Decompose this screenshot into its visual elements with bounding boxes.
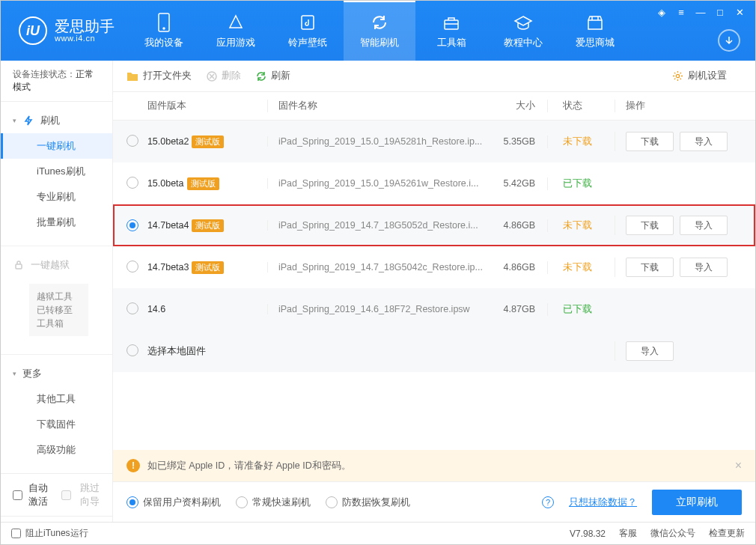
refresh-icon [370,13,389,32]
footer-wechat[interactable]: 微信公众号 [650,527,695,540]
th-status: 状态 [547,100,615,112]
sidebar-label: 更多 [22,367,42,380]
row-status: 未下载 [547,261,615,274]
skip-guide-checkbox[interactable] [61,490,71,500]
refresh-button[interactable]: 刷新 [256,70,290,82]
sidebar-head-flash[interactable]: ▾刷机 [1,108,112,133]
delete-button[interactable]: 删除 [207,70,241,82]
download-button[interactable]: 下载 [626,216,674,235]
svg-rect-2 [302,16,314,29]
local-firmware-label: 选择本地固件 [147,345,615,358]
app-domain: www.i4.cn [55,34,115,43]
nav-ringtones[interactable]: 铃声壁纸 [272,1,344,61]
row-filename: iPad_Spring_2019_15.0_19A5281h_Restore.i… [267,136,483,147]
sidebar-item-other[interactable]: 其他工具 [1,386,112,412]
nav-tools[interactable]: 工具箱 [415,1,487,61]
sidebar-item-pro[interactable]: 专业刷机 [1,184,112,210]
folder-icon [126,71,138,82]
block-itunes-checkbox[interactable]: 阻止iTunes运行 [11,527,88,540]
option-antiloss[interactable]: 防数据恢复刷机 [326,496,410,509]
row-size: 4.87GB [483,304,535,314]
option-normal[interactable]: 常规快速刷机 [236,496,311,509]
import-button[interactable]: 导入 [680,258,728,277]
nav-my-device[interactable]: 我的设备 [128,1,200,61]
nav-flash[interactable]: 智能刷机 [344,1,415,61]
footer-service[interactable]: 客服 [619,527,637,540]
download-arrow-button[interactable] [718,29,740,52]
nav-tutorials[interactable]: 教程中心 [487,1,559,61]
row-filename: iPad_Spring_2019_14.6_18F72_Restore.ipsw [267,304,483,314]
firmware-table: 15.0beta2测试版iPad_Spring_2019_15.0_19A528… [113,121,755,372]
table-header: 固件版本 固件名称 大小 状态 操作 [113,92,755,121]
local-firmware-row[interactable]: 选择本地固件导入 [113,330,755,372]
banner-text: 如已绑定 Apple ID，请准备好 Apple ID和密码。 [147,460,351,472]
sidebar-item-advanced[interactable]: 高级功能 [1,437,112,463]
firmware-row[interactable]: 15.0beta2测试版iPad_Spring_2019_15.0_19A528… [113,121,755,162]
window-maximize-button[interactable]: □ [712,5,728,19]
firmware-row[interactable]: 14.6iPad_Spring_2019_14.6_18F72_Restore.… [113,288,755,330]
row-radio[interactable] [126,135,138,147]
lock-icon [13,259,25,271]
window-close-button[interactable]: ✕ [731,5,748,19]
erase-data-link[interactable]: 只想抹除数据？ [569,496,637,509]
sidebar-head-more[interactable]: ▾更多 [1,361,112,386]
window-minimize-button[interactable]: — [692,5,709,19]
app-name: 爱思助手 [55,19,115,34]
row-radio[interactable] [126,344,138,356]
row-status: 已下载 [547,303,615,316]
import-button[interactable]: 导入 [680,216,728,235]
main-panel: 打开文件夹 删除 刷新 刷机设置 固件版本 固件名称 大小 状态 操作 15.0… [113,61,755,522]
firmware-row[interactable]: 15.0beta测试版iPad_Spring_2019_15.0_19A5261… [113,162,755,204]
sidebar-item-download[interactable]: 下载固件 [1,412,112,437]
download-button[interactable]: 下载 [626,258,674,277]
row-version: 15.0beta [147,178,184,189]
apps-icon [226,13,246,32]
close-banner-button[interactable]: × [735,459,742,472]
flash-icon [22,115,34,127]
music-icon [298,13,317,32]
auto-activate-label: 自动激活 [28,481,48,508]
sidebar-item-oneclick[interactable]: 一键刷机 [1,133,112,159]
row-filename: iPad_Spring_2019_15.0_19A5261w_Restore.i… [267,178,483,189]
help-icon[interactable]: ? [542,496,554,508]
window-tshirt-button[interactable]: ◈ [653,5,670,19]
footer: 阻止iTunes运行 V7.98.32 客服 微信公众号 检查更新 [1,522,755,544]
connection-status: 设备连接状态：正常模式 [1,61,112,102]
option-keep-data[interactable]: 保留用户资料刷机 [126,496,221,509]
auto-activate-checkbox[interactable] [13,490,22,500]
row-size: 4.86GB [483,220,535,231]
firmware-row[interactable]: 14.7beta4测试版iPad_Spring_2019_14.7_18G505… [113,204,755,246]
nav-label: 铃声壁纸 [288,37,327,49]
sidebar-label: 刷机 [40,114,60,127]
beta-badge: 测试版 [192,261,224,274]
nav-label: 我的设备 [144,37,183,49]
download-button[interactable]: 下载 [626,132,674,151]
row-radio[interactable] [126,261,138,272]
footer-update[interactable]: 检查更新 [709,527,745,540]
nav-label: 应用游戏 [216,37,255,49]
row-radio[interactable] [126,219,138,231]
firmware-row[interactable]: 14.7beta3测试版iPad_Spring_2019_14.7_18G504… [113,246,755,288]
skip-guide-label: 跳过向导 [80,481,100,508]
sidebar-item-itunes[interactable]: iTunes刷机 [1,159,112,184]
th-size: 大小 [483,100,535,112]
row-radio[interactable] [126,302,138,314]
open-folder-button[interactable]: 打开文件夹 [126,70,192,82]
svg-rect-4 [16,264,22,269]
import-button[interactable]: 导入 [626,341,674,361]
nav-store[interactable]: 爱思商城 [559,1,631,61]
sidebar-item-batch[interactable]: 批量刷机 [1,210,112,235]
chevron-down-icon: ▾ [13,117,16,124]
logo-icon: iU [19,16,47,45]
nav-apps[interactable]: 应用游戏 [200,1,272,61]
nav-label: 爱思商城 [576,37,615,49]
flash-now-button[interactable]: 立即刷机 [652,490,742,515]
row-filename: iPad_Spring_2019_14.7_18G5042c_Restore.i… [267,262,483,272]
import-button[interactable]: 导入 [680,132,728,151]
main-nav: 我的设备 应用游戏 铃声壁纸 智能刷机 工具箱 教程中心 爱思商城 [128,1,631,61]
window-menu-button[interactable]: ≡ [673,5,689,19]
app-logo: iU 爱思助手 www.i4.cn [1,16,128,45]
flash-settings-button[interactable]: 刷机设置 [672,70,727,82]
row-radio[interactable] [126,177,138,189]
sidebar-head-jailbreak: 一键越狱 [1,252,112,278]
